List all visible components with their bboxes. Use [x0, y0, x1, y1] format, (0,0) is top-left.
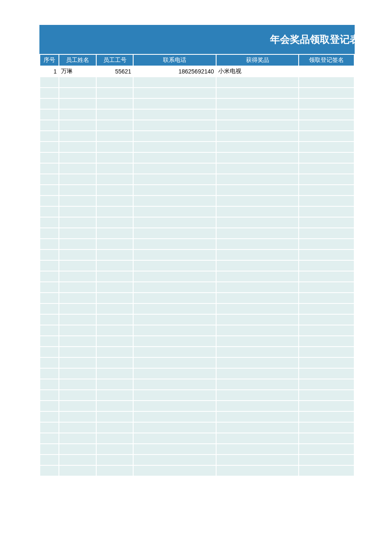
cell-empty [59, 271, 96, 281]
table-row [40, 401, 354, 411]
cell-empty [59, 293, 96, 303]
cell-empty [40, 164, 58, 174]
cell-empty [217, 455, 298, 465]
cell-empty [40, 250, 58, 260]
cell-empty [59, 99, 96, 109]
cell-empty [97, 401, 133, 411]
cell-empty [59, 444, 96, 454]
cell-empty [40, 358, 58, 368]
cell-empty [134, 455, 215, 465]
cell-empty [40, 261, 58, 271]
table-row [40, 250, 354, 260]
cell-empty [217, 304, 298, 314]
cell-empty [217, 164, 298, 174]
cell-empty [40, 77, 58, 87]
col-header-name: 员工姓名 [59, 55, 96, 66]
table-row [40, 88, 354, 98]
cell-empty [134, 412, 215, 422]
cell-empty [217, 120, 298, 130]
cell-empty [299, 250, 354, 260]
cell-empty [40, 325, 58, 335]
cell-empty [217, 218, 298, 227]
table-row [40, 304, 354, 314]
table-row [40, 142, 354, 152]
col-header-prize: 获得奖品 [217, 55, 298, 66]
table-row [40, 293, 354, 303]
cell-empty [59, 88, 96, 98]
cell-empty [299, 239, 354, 249]
table-row [40, 466, 354, 476]
cell-empty [97, 390, 133, 400]
cell-empty [299, 347, 354, 357]
cell-empty [40, 196, 58, 206]
cell-empty [59, 315, 96, 325]
cell-empty [299, 379, 354, 389]
cell-empty [59, 120, 96, 130]
cell-empty [217, 336, 298, 346]
cell-empty [97, 228, 133, 238]
cell-empty [217, 207, 298, 217]
cell-empty [97, 336, 133, 346]
table-row [40, 433, 354, 443]
cell-seq: 1 [40, 66, 58, 76]
table-row [40, 325, 354, 335]
cell-empty [97, 110, 133, 120]
cell-empty [134, 423, 215, 433]
cell-empty [59, 185, 96, 195]
cell-empty [217, 250, 298, 260]
cell-empty [217, 77, 298, 87]
col-header-phone: 联系电话 [134, 55, 215, 66]
cell-empty [299, 423, 354, 433]
cell-empty [217, 293, 298, 303]
cell-empty [134, 336, 215, 346]
cell-empty [299, 153, 354, 163]
cell-empty [134, 433, 215, 443]
cell-empty [299, 228, 354, 238]
cell-empty [97, 142, 133, 152]
cell-empty [134, 347, 215, 357]
cell-empty [299, 401, 354, 411]
table-row [40, 153, 354, 163]
cell-empty [97, 250, 133, 260]
cell-empty [59, 358, 96, 368]
cell-empty [97, 99, 133, 109]
cell-empty [40, 174, 58, 184]
table-row [40, 455, 354, 465]
cell-empty [59, 325, 96, 335]
table-row [40, 412, 354, 422]
cell-empty [134, 77, 215, 87]
cell-name: 万琳 [59, 66, 96, 76]
cell-empty [59, 153, 96, 163]
cell-empty [40, 412, 58, 422]
cell-empty [59, 110, 96, 120]
table-row [40, 99, 354, 109]
cell-empty [97, 466, 133, 476]
page-title: 年会奖品领取登记表 [270, 33, 355, 46]
cell-empty [97, 120, 133, 130]
cell-empty [134, 131, 215, 141]
cell-empty [299, 218, 354, 227]
cell-empty [217, 88, 298, 98]
cell-empty [299, 336, 354, 346]
cell-empty [97, 304, 133, 314]
cell-empty [40, 444, 58, 454]
table-header-row: 序号 员工姓名 员工工号 联系电话 获得奖品 领取登记签名 [40, 55, 354, 66]
cell-empty [40, 336, 58, 346]
cell-empty [299, 412, 354, 422]
cell-empty [59, 412, 96, 422]
cell-empty [97, 164, 133, 174]
cell-empty [134, 88, 215, 98]
cell-empty [97, 455, 133, 465]
table-row [40, 218, 354, 227]
table-row [40, 239, 354, 249]
cell-empty [59, 379, 96, 389]
cell-empty [40, 120, 58, 130]
cell-empty [217, 174, 298, 184]
cell-empty [134, 142, 215, 152]
cell-empty [40, 466, 58, 476]
cell-empty [217, 271, 298, 281]
cell-empty [97, 174, 133, 184]
cell-empty [40, 110, 58, 120]
cell-empty [134, 110, 215, 120]
cell-empty [299, 271, 354, 281]
